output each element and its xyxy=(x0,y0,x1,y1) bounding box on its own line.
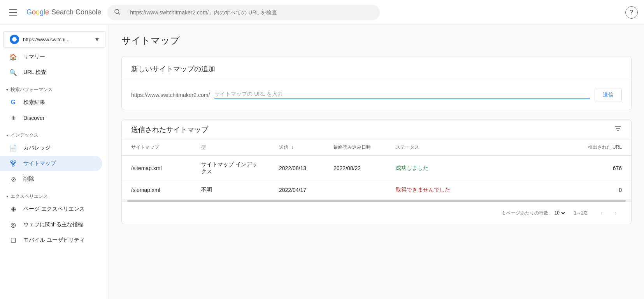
table-row[interactable]: /siemap.xml 不明 2022/04/17 取得できませんでした 0 xyxy=(122,181,631,199)
sitemap-base-url: https://www.switchitmaker2.com/ xyxy=(131,92,210,98)
cell-sitemap-1: /siemap.xml xyxy=(122,181,192,199)
rows-per-page-label: 1 ページあたりの行数: xyxy=(502,210,549,216)
sidebar-item-page-experience[interactable]: ⊕ ページ エクスペリエンス xyxy=(0,201,102,217)
col-header-type: 型 xyxy=(192,139,270,156)
sitemaps-table: サイトマップ 型 送信 ↓ 最終読み込み日時 ステータス 検出された URL xyxy=(122,139,631,199)
layout: https://www.switchi... ▾ 🏠 サマリー 🔍 URL 検査… xyxy=(0,25,644,299)
sidebar-item-summary[interactable]: 🏠 サマリー xyxy=(0,49,102,65)
col-header-sent[interactable]: 送信 ↓ xyxy=(270,139,324,156)
sidebar-item-sitemaps[interactable]: サイトマップ xyxy=(0,156,102,171)
pagination-prev-button[interactable]: ‹ xyxy=(595,207,608,219)
svg-rect-5 xyxy=(12,165,14,166)
submitted-sitemaps-header: 送信されたサイトマップ xyxy=(122,120,631,139)
section-header-search-performance[interactable]: ▾ 検索パフォーマンス xyxy=(0,83,109,95)
sitemap-input-wrapper xyxy=(214,91,590,99)
sidebar-label-mobile-usability: モバイル ユーザビリティ xyxy=(23,237,85,244)
app-logo: Google Search Console xyxy=(26,8,101,16)
pagination-nav: ‹ › xyxy=(595,207,622,219)
pagination-info: 1～2/2 xyxy=(574,210,588,216)
add-sitemap-card-body: https://www.switchitmaker2.com/ 送信 xyxy=(122,80,631,110)
logo-google-text: Google xyxy=(26,8,49,16)
cell-last-read-1 xyxy=(324,181,386,199)
rows-per-page-select[interactable]: 10 25 50 xyxy=(553,210,566,216)
nav-section-experience: ▾ エクスペリエンス ⊕ ページ エクスペリエンス ◎ ウェブに関する主な指標 … xyxy=(0,190,109,248)
submitted-sitemaps-card: 送信されたサイトマップ サイトマップ 型 送信 ↓ xyxy=(121,120,632,224)
nav-section-index: ▾ インデックス 📄 カバレッジ サイトマップ ⊘ 削除 xyxy=(0,129,109,187)
sidebar-label-sitemaps: サイトマップ xyxy=(23,160,56,167)
scrollbar-thumb[interactable] xyxy=(127,200,626,202)
sidebar: https://www.switchi... ▾ 🏠 サマリー 🔍 URL 検査… xyxy=(0,25,109,299)
col-header-last-read: 最終読み込み日時 xyxy=(324,139,386,156)
col-header-status: ステータス xyxy=(386,139,464,156)
sidebar-label-core-web-vitals: ウェブに関する主な指標 xyxy=(23,221,83,228)
svg-line-1 xyxy=(119,13,120,14)
svg-point-2 xyxy=(12,37,17,42)
pagination-next-button[interactable]: › xyxy=(609,207,622,219)
sidebar-item-mobile-usability[interactable]: ☐ モバイル ユーザビリティ xyxy=(0,232,102,248)
section-header-experience[interactable]: ▾ エクスペリエンス xyxy=(0,190,109,201)
site-favicon xyxy=(10,35,19,44)
app-name: Search Console xyxy=(51,8,101,16)
sidebar-label-page-experience: ページ エクスペリエンス xyxy=(23,206,85,213)
filter-icon[interactable] xyxy=(614,125,622,134)
nav-section-search-performance: ▾ 検索パフォーマンス G 検索結果 ✳ Discover xyxy=(0,83,109,126)
sidebar-label-coverage: カバレッジ xyxy=(23,144,51,151)
table-scroll-area[interactable]: サイトマップ 型 送信 ↓ 最終読み込み日時 ステータス 検出された URL xyxy=(122,139,631,199)
discover-icon: ✳ xyxy=(9,114,17,122)
arrow-icon-experience: ▾ xyxy=(6,194,8,199)
add-sitemap-card: 新しいサイトマップの追加 https://www.switchitmaker2.… xyxy=(121,56,632,110)
main-content: サイトマップ 新しいサイトマップの追加 https://www.switchit… xyxy=(109,25,644,299)
sidebar-item-removals[interactable]: ⊘ 削除 xyxy=(0,171,102,187)
cell-sitemap-0: /sitemap.xml xyxy=(122,156,192,181)
cell-urls-0: 676 xyxy=(464,156,631,181)
cell-urls-1: 0 xyxy=(464,181,631,199)
removal-icon: ⊘ xyxy=(9,175,17,183)
cell-status-0: 成功しました xyxy=(386,156,464,181)
mobile-icon: ☐ xyxy=(9,236,17,244)
sidebar-label-removals: 削除 xyxy=(23,176,34,183)
search-nav-icon: 🔍 xyxy=(9,69,17,76)
add-sitemap-card-title: 新しいサイトマップの追加 xyxy=(122,56,631,80)
cell-type-1: 不明 xyxy=(192,181,270,199)
svg-point-0 xyxy=(115,9,119,14)
sidebar-label-url-inspection: URL 検査 xyxy=(23,69,46,76)
sort-icon: ↓ xyxy=(291,144,293,150)
coverage-icon: 📄 xyxy=(9,144,17,152)
arrow-icon-index: ▾ xyxy=(6,133,8,137)
home-icon: 🏠 xyxy=(9,53,17,61)
submit-button[interactable]: 送信 xyxy=(595,88,622,102)
section-header-index[interactable]: ▾ インデックス xyxy=(0,129,109,140)
sidebar-item-discover[interactable]: ✳ Discover xyxy=(0,110,102,126)
sidebar-label-discover: Discover xyxy=(23,115,44,121)
sidebar-item-search-results[interactable]: G 検索結果 xyxy=(0,95,102,110)
svg-rect-3 xyxy=(11,161,12,162)
pagination: 1 ページあたりの行数: 10 25 50 1～2/2 ‹ › xyxy=(122,202,631,224)
section-label-index: インデックス xyxy=(11,132,39,139)
table-row[interactable]: /sitemap.xml サイトマップ インデックス 2022/08/13 20… xyxy=(122,156,631,181)
sidebar-item-url-inspection[interactable]: 🔍 URL 検査 xyxy=(0,65,102,80)
horizontal-scrollbar[interactable] xyxy=(122,199,631,202)
cell-sent-1: 2022/04/17 xyxy=(270,181,324,199)
page-title: サイトマップ xyxy=(121,34,632,47)
search-bar[interactable] xyxy=(107,5,380,20)
cell-status-1: 取得できませんでした xyxy=(386,181,464,199)
sidebar-label-summary: サマリー xyxy=(23,53,45,60)
svg-rect-4 xyxy=(14,161,16,162)
arrow-icon: ▾ xyxy=(6,88,8,92)
help-button[interactable]: ? xyxy=(625,6,638,19)
google-g-icon: G xyxy=(9,98,17,106)
sitemap-url-input[interactable] xyxy=(214,91,590,97)
cell-type-0: サイトマップ インデックス xyxy=(192,156,270,181)
sidebar-label-search-results: 検索結果 xyxy=(23,99,45,106)
col-header-urls: 検出された URL xyxy=(464,139,631,156)
menu-button[interactable] xyxy=(6,6,20,19)
sidebar-item-core-web-vitals[interactable]: ◎ ウェブに関する主な指標 xyxy=(0,217,102,232)
section-label-search-performance: 検索パフォーマンス xyxy=(11,86,53,93)
search-input[interactable] xyxy=(125,9,374,16)
site-url-label: https://www.switchi... xyxy=(23,37,91,42)
site-selector[interactable]: https://www.switchi... ▾ xyxy=(3,31,105,47)
col-header-sitemap: サイトマップ xyxy=(122,139,192,156)
search-icon xyxy=(114,8,121,16)
submitted-sitemaps-title: 送信されたサイトマップ xyxy=(131,125,614,134)
sidebar-item-coverage[interactable]: 📄 カバレッジ xyxy=(0,140,102,156)
